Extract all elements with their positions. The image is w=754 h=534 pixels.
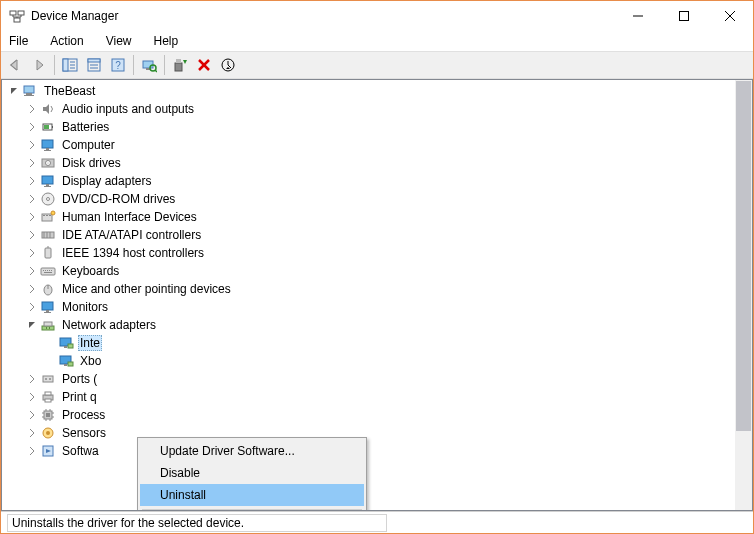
chevron-right-icon[interactable] — [24, 137, 40, 153]
svg-rect-17 — [88, 59, 100, 62]
svg-rect-12 — [63, 59, 68, 71]
context-menu-item[interactable]: Disable — [140, 462, 364, 484]
tree-category[interactable]: Keyboards — [2, 262, 752, 280]
chevron-right-icon[interactable] — [24, 155, 40, 171]
svg-rect-76 — [64, 346, 67, 348]
chevron-down-icon[interactable] — [6, 83, 22, 99]
tree-device[interactable]: Inte — [2, 334, 752, 352]
forward-button[interactable] — [27, 53, 51, 77]
tree-category-label: Print q — [60, 390, 99, 404]
context-menu-item[interactable]: Update Driver Software... — [140, 440, 364, 462]
tree-category[interactable]: IDE ATA/ATAPI controllers — [2, 226, 752, 244]
tree-category[interactable]: Mice and other pointing devices — [2, 280, 752, 298]
chevron-right-icon[interactable] — [24, 263, 40, 279]
help-button[interactable]: ? — [106, 53, 130, 77]
tree-category[interactable]: Human Interface Devices — [2, 208, 752, 226]
svg-point-83 — [49, 378, 51, 380]
svg-rect-8 — [680, 12, 689, 21]
chevron-right-icon[interactable] — [24, 443, 40, 459]
chevron-right-icon[interactable] — [24, 389, 40, 405]
category-icon — [40, 443, 56, 459]
chevron-right-icon[interactable] — [24, 101, 40, 117]
toolbar-separator — [54, 55, 55, 75]
scrollbar-thumb[interactable] — [736, 81, 751, 431]
tree-category[interactable]: Softwa — [2, 442, 752, 460]
update-driver-button[interactable] — [168, 53, 192, 77]
chevron-right-icon[interactable] — [24, 299, 40, 315]
tree-category[interactable]: Network adapters — [2, 316, 752, 334]
category-icon — [40, 137, 56, 153]
chevron-right-icon[interactable] — [24, 227, 40, 243]
category-icon — [40, 245, 56, 261]
svg-rect-65 — [44, 272, 52, 273]
tree-category[interactable]: Audio inputs and outputs — [2, 100, 752, 118]
chevron-right-icon[interactable] — [24, 209, 40, 225]
chevron-right-icon[interactable] — [24, 191, 40, 207]
context-menu-item[interactable]: Uninstall — [140, 484, 364, 506]
svg-point-98 — [46, 431, 50, 435]
device-tree[interactable]: TheBeastAudio inputs and outputsBatterie… — [2, 80, 752, 510]
menu-view[interactable]: View — [102, 33, 136, 49]
vertical-scrollbar[interactable] — [735, 80, 752, 510]
tree-category[interactable]: Print q — [2, 388, 752, 406]
svg-rect-38 — [46, 148, 49, 150]
tree-category[interactable]: Process — [2, 406, 752, 424]
disable-button[interactable] — [216, 53, 240, 77]
menu-help[interactable]: Help — [150, 33, 183, 49]
svg-rect-74 — [49, 327, 50, 329]
svg-rect-63 — [49, 270, 50, 271]
svg-rect-77 — [68, 344, 73, 348]
svg-rect-22 — [143, 61, 153, 68]
category-icon — [40, 101, 56, 117]
svg-point-52 — [51, 211, 55, 215]
tree-category[interactable]: Computer — [2, 136, 752, 154]
minimize-button[interactable] — [615, 1, 661, 31]
svg-rect-88 — [46, 413, 50, 417]
tree-category[interactable]: IEEE 1394 host controllers — [2, 244, 752, 262]
close-button[interactable] — [707, 1, 753, 31]
chevron-right-icon[interactable] — [24, 407, 40, 423]
tree-category[interactable]: Display adapters — [2, 172, 752, 190]
svg-rect-73 — [46, 327, 47, 329]
maximize-button[interactable] — [661, 1, 707, 31]
chevron-down-icon[interactable] — [24, 317, 40, 333]
tree-category[interactable]: DVD/CD-ROM drives — [2, 190, 752, 208]
tree-root[interactable]: TheBeast — [2, 82, 752, 100]
tree-category[interactable]: Disk drives — [2, 154, 752, 172]
svg-rect-2 — [14, 18, 20, 22]
svg-rect-80 — [68, 362, 73, 366]
svg-rect-26 — [175, 63, 182, 71]
titlebar[interactable]: Device Manager — [1, 1, 753, 31]
category-icon — [40, 425, 56, 441]
category-icon — [40, 155, 56, 171]
back-button[interactable] — [3, 53, 27, 77]
tree-category[interactable]: Monitors — [2, 298, 752, 316]
tree-category-label: Monitors — [60, 300, 110, 314]
svg-rect-79 — [64, 364, 67, 366]
chevron-right-icon[interactable] — [24, 425, 40, 441]
category-icon — [40, 389, 56, 405]
tree-category[interactable]: Ports ( — [2, 370, 752, 388]
tree-device[interactable]: Xbo — [2, 352, 752, 370]
chevron-right-icon[interactable] — [24, 119, 40, 135]
chevron-right-icon[interactable] — [24, 173, 40, 189]
tree-category[interactable]: Sensors — [2, 424, 752, 442]
chevron-right-icon[interactable] — [24, 371, 40, 387]
chevron-right-icon[interactable] — [24, 245, 40, 261]
menu-action[interactable]: Action — [46, 33, 87, 49]
tree-category-label: DVD/CD-ROM drives — [60, 192, 177, 206]
uninstall-button[interactable] — [192, 53, 216, 77]
chevron-right-icon[interactable] — [24, 281, 40, 297]
svg-rect-86 — [45, 399, 51, 402]
svg-rect-32 — [26, 93, 32, 95]
svg-rect-45 — [44, 186, 51, 187]
tree-category[interactable]: Batteries — [2, 118, 752, 136]
show-hide-console-tree-button[interactable] — [58, 53, 82, 77]
scan-hardware-button[interactable] — [137, 53, 161, 77]
properties-button[interactable] — [82, 53, 106, 77]
category-icon — [40, 317, 56, 333]
menu-file[interactable]: File — [5, 33, 32, 49]
svg-rect-1 — [18, 11, 24, 15]
category-icon — [40, 191, 56, 207]
tree-category-label: IEEE 1394 host controllers — [60, 246, 206, 260]
